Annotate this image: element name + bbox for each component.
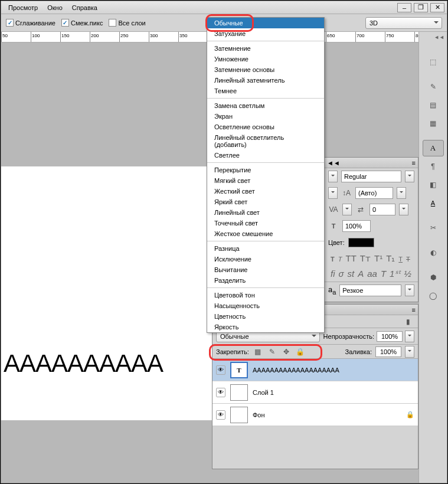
collapse-arrow-icon[interactable]: ◄◄	[327, 159, 340, 166]
layer-row[interactable]: 👁Фон🔒	[212, 404, 418, 426]
workspace-selector[interactable]: 3D	[365, 17, 442, 29]
font-style-dropdown[interactable]	[405, 171, 414, 182]
blend-item[interactable]: Цветность	[207, 311, 324, 322]
blend-item[interactable]: Затемнение основы	[207, 64, 324, 75]
lock-position-icon[interactable]: ✥	[281, 346, 292, 357]
blend-item[interactable]: Яркий свет	[207, 197, 324, 207]
kerning-icon: VA	[328, 204, 339, 215]
blend-item[interactable]: Темнее	[207, 86, 324, 96]
option-all-layers[interactable]: Все слои	[109, 19, 145, 27]
superscript-button[interactable]: T¹	[374, 253, 382, 264]
strikethrough-button[interactable]: T	[406, 253, 410, 264]
blend-item[interactable]: Линейный затемнитель	[207, 75, 324, 86]
lock-all-icon[interactable]: 🔒	[295, 346, 306, 357]
scale-input[interactable]: 100%	[342, 220, 371, 232]
opentype-fi[interactable]: fi	[331, 269, 335, 279]
opentype-sigma[interactable]: σ	[339, 269, 344, 279]
blend-item[interactable]: Точечный свет	[207, 218, 324, 228]
character-styles-icon[interactable]: A	[423, 195, 444, 211]
opentype-T[interactable]: T	[381, 269, 386, 279]
visibility-toggle[interactable]: 👁	[216, 365, 225, 375]
fill-input[interactable]: 100%	[375, 346, 401, 357]
blend-item[interactable]: Цветовой тон	[207, 290, 324, 300]
fill-dropdown[interactable]	[405, 346, 414, 358]
option-antialias[interactable]: Сглаживание	[6, 19, 55, 27]
menu-window[interactable]: Окно	[42, 3, 67, 12]
opacity-input[interactable]: 100%	[377, 331, 403, 342]
blend-item[interactable]: Затухание	[207, 28, 324, 39]
font-style-select[interactable]: Regular	[341, 171, 401, 182]
layer-thumb[interactable]	[230, 407, 248, 423]
underline-button[interactable]: T	[398, 253, 403, 264]
antialias-dropdown[interactable]	[405, 284, 414, 296]
blend-item[interactable]: Насыщенность	[207, 300, 324, 311]
layers-panel-icon[interactable]: ◧	[423, 176, 444, 193]
kerning-dropdown[interactable]	[342, 204, 352, 215]
close-button[interactable]: ✕	[430, 3, 444, 12]
blend-item[interactable]: Разделить	[207, 275, 324, 286]
brush-presets-icon[interactable]: ▤	[423, 97, 444, 113]
layer-row[interactable]: 👁Слой 1	[212, 381, 418, 404]
3d-panel-icon[interactable]: ⬢	[423, 269, 444, 286]
blend-item[interactable]: Затемнение	[207, 43, 324, 54]
blend-item[interactable]: Светлее	[207, 150, 324, 161]
faux-bold-button[interactable]: T	[331, 253, 335, 264]
option-contiguous[interactable]: Смеж.пикс	[61, 19, 103, 27]
blend-item[interactable]: Жесткое смешение	[207, 228, 324, 239]
tracking-dropdown[interactable]	[399, 204, 408, 215]
visibility-toggle[interactable]: 👁	[216, 388, 225, 397]
blend-item[interactable]: Линейный осветлитель (добавить)	[207, 132, 324, 150]
tools-panel-icon[interactable]: ✂	[423, 220, 444, 236]
layer-thumb[interactable]	[230, 384, 248, 401]
blend-item[interactable]: Яркость	[207, 322, 324, 332]
opacity-dropdown[interactable]	[405, 331, 414, 342]
layer-row[interactable]: 👁TAAAAAAAAAAAAAAAAAAAA	[212, 359, 418, 381]
tracking-input[interactable]: 0	[369, 204, 395, 215]
history-panel-icon[interactable]: ⬚	[423, 54, 444, 70]
blend-item[interactable]: Осветление основы	[207, 122, 324, 132]
adjustments-panel-icon[interactable]: ◐	[423, 244, 444, 261]
layer-thumb[interactable]: T	[230, 362, 248, 378]
color-panel-icon[interactable]: ◯	[423, 287, 444, 304]
character-panel-icon[interactable]: A	[423, 140, 444, 156]
lock-transparent-icon[interactable]: ▦	[253, 346, 263, 357]
blend-item[interactable]: Линейный свет	[207, 207, 324, 218]
leading-input[interactable]: (Авто)	[355, 187, 393, 199]
text-layer-content[interactable]: AAAAAAAAAA	[4, 349, 163, 378]
blend-item[interactable]: Перекрытие	[207, 165, 324, 175]
filter-toggle[interactable]: ▮	[403, 316, 413, 327]
menu-view[interactable]: Просмотр	[4, 3, 42, 12]
opentype-frac[interactable]: ½	[404, 269, 411, 279]
menu-help[interactable]: Справка	[67, 3, 102, 12]
blend-item[interactable]: Умножение	[207, 54, 324, 64]
lock-pixels-icon[interactable]: ✎	[267, 346, 277, 357]
opentype-st[interactable]: st	[348, 269, 355, 279]
text-color-swatch[interactable]	[348, 238, 374, 247]
blend-item[interactable]: Вычитание	[207, 264, 324, 275]
blend-item[interactable]: Жесткий свет	[207, 186, 324, 197]
swatches-panel-icon[interactable]: ▦	[423, 115, 444, 132]
leading-dropdown[interactable]	[397, 187, 406, 199]
blend-item[interactable]: Исключение	[207, 254, 324, 264]
smallcaps-button[interactable]: Tᴛ	[360, 253, 371, 264]
blend-item[interactable]: Разница	[207, 243, 324, 254]
blend-item[interactable]: Мягкий свет	[207, 175, 324, 186]
blend-item[interactable]: Обычные	[207, 18, 324, 28]
visibility-toggle[interactable]: 👁	[216, 410, 225, 420]
maximize-button[interactable]: ❐	[414, 3, 428, 12]
expand-arrow-icon[interactable]: ◄◄	[434, 34, 444, 40]
antialias-select[interactable]: Резкое	[339, 284, 401, 296]
subscript-button[interactable]: T₁	[386, 253, 395, 264]
opentype-1st[interactable]: 1ˢᵗ	[390, 269, 400, 279]
paragraph-panel-icon[interactable]: ¶	[423, 158, 444, 175]
faux-italic-button[interactable]: T	[338, 253, 342, 264]
blend-item[interactable]: Замена светлым	[207, 100, 324, 111]
font-size-dropdown[interactable]	[328, 187, 338, 199]
allcaps-button[interactable]: TT	[345, 253, 356, 264]
brushes-panel-icon[interactable]: ✎	[423, 79, 444, 95]
blend-item[interactable]: Экран	[207, 111, 324, 122]
minimize-button[interactable]: –	[397, 3, 411, 12]
opentype-ad[interactable]: aa	[367, 269, 377, 279]
font-family-dropdown[interactable]	[328, 171, 338, 182]
opentype-script[interactable]: A	[358, 269, 364, 279]
